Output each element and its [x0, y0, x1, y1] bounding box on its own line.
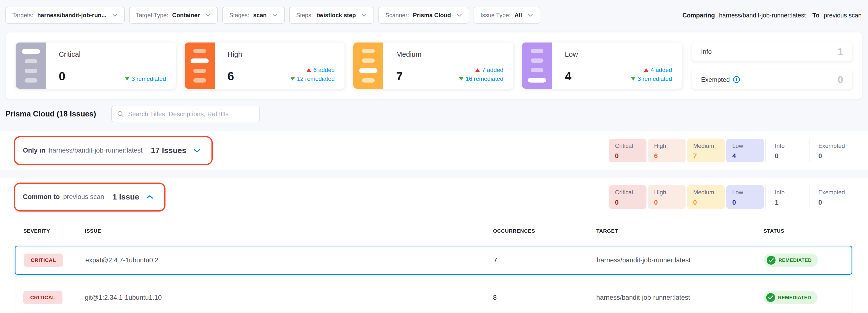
chevron-down-icon [205, 13, 211, 17]
occurrences-count: 8 [493, 294, 596, 302]
filter-value: All [515, 12, 522, 19]
chip-high: High 0 [648, 185, 686, 209]
chip-info: Info 0 [766, 139, 807, 163]
filter-bar: Targets: harness/bandit-job-run... Targe… [5, 7, 862, 24]
added-delta[interactable]: 4 added [644, 67, 672, 73]
severity-card-low: Low 4 4 added 3 remediated [522, 42, 682, 89]
chip-label: Medium [693, 189, 725, 196]
issue-row[interactable]: CRITICAL expat@2.4.7-1ubuntu0.2 7 harnes… [15, 246, 852, 275]
chip-label: Exempted [818, 142, 851, 149]
chip-exempted: Exempted 0 [809, 185, 851, 209]
section-prefix: Common to [23, 193, 60, 201]
chevron-up-icon [146, 195, 153, 200]
search-icon [117, 110, 124, 118]
issues-table-header: SEVERITYISSUEOCCURRENCESTARGETSTATUS [0, 216, 868, 246]
triangle-up-icon [307, 68, 311, 72]
filter-scanner[interactable]: Scanner: Prisma Cloud [378, 7, 469, 24]
search-box [112, 106, 260, 123]
chevron-down-icon [527, 13, 533, 17]
side-card-count: 0 [838, 74, 843, 85]
chip-critical: Critical 0 [609, 139, 646, 163]
status-badge: REMEDIATED [764, 253, 818, 267]
side-card-count: 1 [838, 46, 843, 57]
added-delta[interactable]: 6 added [307, 67, 335, 73]
remediated-label: 3 remediated [638, 75, 672, 82]
filter-target-type[interactable]: Target Type: Container [129, 7, 218, 24]
severity-card-medium: Medium 7 7 added 16 remediated [353, 42, 513, 89]
status-label: REMEDIATED [778, 257, 812, 263]
severity-card-count: 7 [396, 71, 403, 82]
column-header-occurrences: OCCURRENCES [493, 228, 596, 234]
filter-steps[interactable]: Steps: twistlock step [289, 7, 374, 24]
filter-value: Container [172, 12, 200, 19]
severity-card-label: Critical [59, 50, 166, 59]
severity-card-label: High [227, 50, 335, 59]
page-title: Prisma Cloud (18 Issues) [5, 110, 96, 118]
search-input[interactable] [128, 110, 254, 118]
filter-value: harness/bandit-job-run... [37, 12, 106, 19]
chevron-down-icon [272, 13, 278, 17]
triangle-down-icon [125, 77, 129, 80]
filter-value: twistlock step [317, 12, 356, 19]
issues-table: CRITICAL expat@2.4.7-1ubuntu0.2 7 harnes… [0, 246, 868, 313]
comparing-target: harness/bandit-job-runner:latest [719, 12, 806, 19]
chip-label: Critical [615, 142, 646, 149]
check-circle-icon [766, 292, 776, 303]
info-icon[interactable] [733, 76, 740, 83]
triangle-up-icon [644, 68, 648, 72]
severity-level-icon [16, 42, 46, 89]
filter-value: scan [253, 12, 267, 19]
filter-stages[interactable]: Stages: scan [222, 7, 285, 24]
chip-label: Critical [615, 189, 646, 196]
chip-value: 4 [732, 152, 764, 160]
section-toggle-only-in[interactable]: Only in harness/bandit-job-runner:latest… [14, 136, 213, 165]
chip-label: Low [732, 142, 764, 149]
chip-label: High [654, 142, 686, 149]
filter-issue-type[interactable]: Issue Type: All [473, 7, 540, 24]
chip-value: 7 [693, 152, 725, 160]
added-label: 7 added [482, 67, 503, 73]
comparing-baseline: previous scan [824, 12, 862, 19]
remediated-delta[interactable]: 3 remediated [125, 75, 166, 82]
chip-label: High [654, 189, 686, 196]
side-card-label: Exempted [701, 76, 730, 83]
sto-vulnerabilities-dashboard: Targets: harness/bandit-job-run... Targe… [0, 0, 868, 313]
column-header-issue: ISSUE [85, 228, 493, 234]
section-common-to: Common to previous scan 1 Issue Critical… [0, 178, 868, 216]
column-header-target: TARGET [596, 228, 764, 234]
side-card-info: Info 1 [692, 42, 852, 61]
section-toggle-common-to[interactable]: Common to previous scan 1 Issue [14, 182, 165, 212]
chip-label: Info [775, 142, 807, 149]
remediated-label: 3 remediated [131, 75, 166, 82]
issue-row[interactable]: CRITICAL git@1:2.34.1-1ubuntu1.10 8 harn… [15, 283, 852, 312]
chip-high: High 6 [648, 139, 686, 163]
filter-targets[interactable]: Targets: harness/bandit-job-run... [5, 7, 125, 24]
remediated-delta[interactable]: 3 remediated [631, 75, 672, 82]
triangle-down-icon [290, 77, 295, 80]
filter-label: Targets: [12, 12, 33, 19]
check-circle-icon [766, 255, 776, 265]
status-label: REMEDIATED [778, 295, 811, 301]
comparing-summary: Comparing harness/bandit-job-runner:late… [682, 12, 862, 19]
added-delta[interactable]: 7 added [475, 67, 503, 73]
remediated-delta[interactable]: 12 remediated [290, 75, 335, 82]
status-badge: REMEDIATED [764, 291, 817, 304]
chip-low: Low 0 [726, 185, 764, 209]
comparing-to: To [812, 12, 819, 19]
section-only-in: Only in harness/bandit-job-runner:latest… [0, 132, 868, 170]
filter-label: Stages: [229, 12, 249, 19]
filter-label: Scanner: [385, 12, 409, 19]
added-label: 4 added [651, 67, 672, 73]
chevron-down-icon [112, 13, 118, 17]
severity-card-count: 0 [59, 71, 65, 82]
added-label: 6 added [313, 67, 335, 73]
filter-label: Issue Type: [480, 12, 510, 19]
chip-critical: Critical 0 [609, 185, 646, 209]
chip-value: 0 [615, 199, 646, 206]
chip-medium: Medium 0 [687, 185, 725, 209]
target-name: harness/bandit-job-runner:latest [596, 294, 764, 302]
section-scope: previous scan [63, 193, 104, 201]
severity-card-label: Low [565, 50, 672, 59]
filter-label: Steps: [296, 12, 313, 19]
remediated-delta[interactable]: 16 remediated [459, 75, 503, 82]
